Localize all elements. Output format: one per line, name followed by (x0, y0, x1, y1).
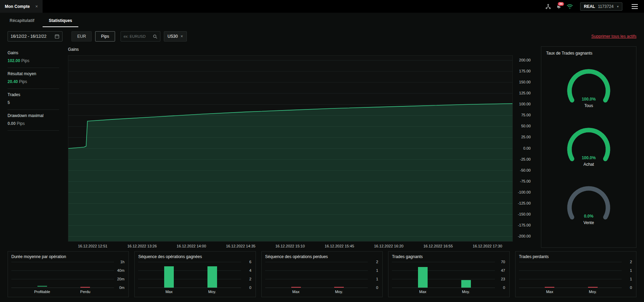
mini-bar-chart: MaxMoy. 7047230 (392, 262, 506, 295)
mini-category-label: Moy. (589, 290, 597, 294)
panel-title: Trades perdants (519, 254, 633, 262)
mini-y-label: 70 (501, 260, 505, 264)
stat-unit: Pips (17, 121, 25, 126)
stat-unit: Pips (21, 58, 29, 63)
stat-label: Drawdown maximal (8, 113, 59, 118)
mini-y-label: 4 (249, 268, 251, 272)
mini-y-label: 0 (630, 286, 632, 290)
mini-bar-chart: MaxMoy. 6420 (138, 262, 252, 295)
calendar-icon (55, 34, 59, 39)
stat-value: 0.00 (8, 121, 15, 126)
search-icon (153, 34, 157, 39)
gauge-value: 100.0% (563, 97, 614, 102)
panel-title: Durée moyenne par opération (11, 254, 125, 262)
bar-Moy. (461, 280, 471, 288)
y-axis-label: -175.00 (518, 223, 531, 227)
mini-y-label: 1 (630, 277, 632, 281)
panel-win-streak: Séquence des opérations gagnées MaxMoy. … (134, 251, 256, 297)
symbol-search-input[interactable] (124, 34, 153, 38)
date-range-input[interactable]: 16/12/22 - 16/12/22 (8, 31, 63, 42)
bar-Max (418, 267, 428, 288)
notifications-bell-icon[interactable]: 34 (556, 4, 562, 9)
y-axis-label: 175.00 (519, 69, 531, 73)
section-tabs: Récapitulatif Statistiques (0, 13, 644, 27)
mini-category-label: Moy. (335, 290, 343, 294)
panel-title: Trades gagnants (392, 254, 506, 262)
gauge-vente: 0.0% Vente (563, 185, 614, 231)
stat-label: Résultat moyen (8, 71, 59, 76)
account-selector[interactable]: REAL 1173724 ▾ (580, 2, 622, 11)
bar-Profitable (37, 286, 47, 287)
mini-bar-chart: MaxMoy. 2110 (265, 262, 379, 295)
stat-drawdown: Drawdown maximal 0.00 Pips (8, 110, 59, 131)
y-axis-label: 75.00 (521, 113, 531, 117)
currency-eur-button[interactable]: EUR (71, 31, 92, 42)
mini-category-label: Max (546, 290, 553, 294)
gains-area-chart (68, 55, 513, 242)
connection-icon[interactable] (545, 4, 551, 9)
mini-y-label: 6 (249, 260, 251, 264)
tab-recapitulatif[interactable]: Récapitulatif (3, 15, 41, 27)
remove-asset-icon[interactable]: × (181, 34, 183, 39)
stat-resultat-moyen: Résultat moyen 20.40 Pips (8, 68, 59, 89)
mini-category-label: Max (166, 290, 173, 294)
date-range-value: 16/12/22 - 16/12/22 (11, 34, 46, 39)
account-tab[interactable]: Mon Compte × (0, 0, 43, 13)
bar-Max (545, 287, 554, 288)
symbol-search[interactable] (121, 31, 160, 42)
x-axis-label: 16.12.2022 15:10 (275, 244, 305, 248)
stat-gains: Gains 102.00 Pips (8, 47, 59, 68)
filter-bar: 16/12/22 - 16/12/22 EUR Pips US30 × Supp… (0, 27, 644, 46)
panel-winning-trades: Trades gagnants MaxMoy. 7047230 (388, 251, 509, 297)
x-axis-label: 16.12.2022 16:55 (423, 244, 453, 248)
chevron-down-icon: ▾ (617, 5, 619, 8)
stat-unit: Pips (19, 79, 27, 84)
gauge-value: 100.0% (563, 155, 614, 160)
win-rate-panel: Taux de Trades gagnants 100.0% Tous 100.… (541, 46, 636, 248)
mini-category-label: Moy. (208, 290, 216, 294)
y-axis-label: 50.00 (521, 124, 531, 128)
asset-chip-label: US30 (168, 34, 178, 39)
tab-close-icon[interactable]: × (35, 4, 38, 9)
y-axis-label: 25.00 (521, 135, 531, 139)
x-axis-label: 16.12.2022 13:26 (127, 244, 157, 248)
y-axis-label: -50.00 (520, 168, 531, 172)
x-axis-label: 16.12.2022 16:20 (374, 244, 404, 248)
bar-Max (291, 287, 301, 288)
y-axis-label: 125.00 (519, 91, 531, 95)
asset-chip-us30[interactable]: US30 × (164, 31, 187, 42)
menu-icon[interactable] (632, 4, 638, 9)
gauge-label: Tous (563, 103, 614, 108)
panel-losing-trades: Trades perdants MaxMoy. 2110 (515, 251, 636, 297)
tab-statistiques[interactable]: Statistiques (43, 15, 78, 27)
x-axis: 16.12.2022 12:5116.12.2022 13:2616.12.20… (68, 242, 513, 250)
x-axis-label: 16.12.2022 17:30 (473, 244, 502, 248)
topbar-actions: 34 REAL 1173724 ▾ (545, 0, 644, 13)
wifi-status-icon[interactable] (567, 4, 573, 9)
stat-trades: Trades 5 (8, 89, 59, 110)
mini-bar-chart: MaxMoy. 2110 (519, 262, 633, 295)
chart-title: Gains (68, 47, 532, 55)
account-number: 1173724 (598, 4, 614, 9)
y-axis-label: -75.00 (520, 179, 531, 183)
bar-Max (164, 266, 174, 288)
mini-category-label: Perdu (80, 290, 90, 294)
bar-Moy. (588, 287, 598, 288)
unit-pips-button[interactable]: Pips (95, 31, 115, 42)
remove-all-assets-link[interactable]: Supprimer tous les actifs (591, 34, 636, 39)
account-type: REAL (584, 4, 595, 9)
x-axis-label: 16.12.2022 12:51 (78, 244, 108, 248)
y-axis: 200.00175.00150.00125.00100.0075.0050.00… (513, 55, 532, 250)
mini-y-label: 1 (376, 268, 378, 272)
y-axis-label: 150.00 (519, 80, 531, 84)
summary-stats: Gains 102.00 Pips Résultat moyen 20.40 P… (8, 46, 59, 250)
mini-category-label: Max (292, 290, 300, 294)
mini-y-label: 23 (501, 277, 505, 281)
panel-loss-streak: Séquence des opérations perdues MaxMoy. … (261, 251, 383, 297)
mini-y-label: 0 (376, 286, 378, 290)
panel-average-duration: Durée moyenne par opération ProfitablePe… (8, 251, 129, 297)
mini-category-label: Moy. (462, 290, 470, 294)
y-axis-label: -125.00 (518, 201, 531, 205)
x-axis-label: 16.12.2022 14:00 (177, 244, 206, 248)
mini-y-label: 2 (249, 277, 251, 281)
